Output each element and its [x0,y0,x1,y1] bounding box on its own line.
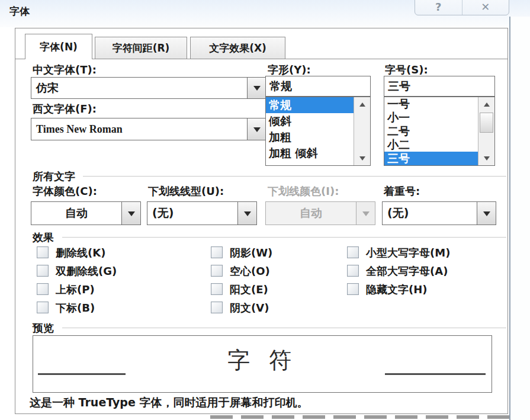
chevron-down-icon [253,127,261,136]
font-color-combobox[interactable]: 自动 [31,201,141,225]
chevron-down-icon [128,211,135,220]
western-font-value: Times New Roman [31,118,247,140]
list-item[interactable]: 常规 [266,97,354,113]
font-size-scrollbar[interactable] [478,97,494,165]
checkbox-shadow[interactable] [211,246,223,258]
checkbox-hidden-text-label: 隐藏文字(H) [366,283,428,297]
underline-style-combobox[interactable]: (无) [147,201,257,225]
checkbox-emboss[interactable] [211,283,223,295]
list-item[interactable]: 二号 [384,124,478,138]
font-color-label: 字体颜色(C): [33,184,97,198]
all-text-group-label: 所有文字 [33,169,75,184]
font-style-listbox[interactable]: 常规 倾斜 加粗 加粗 倾斜 [265,97,371,166]
checkbox-small-caps-label: 小型大写字母(M) [366,246,450,260]
chinese-font-value: 仿宋 [31,78,247,98]
scrollbar-thumb[interactable] [480,113,493,133]
checkbox-double-strikethrough[interactable] [37,265,49,277]
emphasis-mark-combobox[interactable]: (无) [382,201,496,225]
chinese-font-combobox[interactable]: 仿宋 [31,77,266,99]
western-font-combobox[interactable]: Times New Roman [31,118,266,140]
font-description-text: 这是一种 TrueType 字体，同时适用于屏幕和打印机。 [30,395,308,411]
underline-style-dropdown-button[interactable] [237,202,256,225]
help-icon: ? [435,1,441,13]
list-item[interactable]: 一号 [384,97,478,111]
chevron-down-icon [253,86,261,94]
checkbox-outline[interactable] [211,265,223,277]
checkbox-superscript[interactable] [37,283,49,295]
list-item[interactable]: 小二 [384,138,478,152]
underline-color-dropdown-button [356,202,375,225]
font-style-value: 常规 [269,79,292,94]
checkbox-outline-label: 空心(O) [230,264,270,278]
chevron-down-icon [244,211,251,220]
underline-style-label: 下划线线型(U): [148,184,224,198]
emphasis-mark-value: (无) [383,202,477,225]
emphasis-mark-label: 着重号: [384,184,420,198]
preview-sample-text: 字 符 [33,345,492,376]
font-color-dropdown-button[interactable] [121,202,140,225]
tab-font[interactable]: 字体(N) [25,34,92,59]
tab-text-effects-label: 文字效果(X) [209,41,266,55]
checkbox-subscript[interactable] [37,302,49,313]
list-item[interactable]: 三号 [384,152,478,165]
close-button[interactable]: ✕ [462,0,509,15]
chevron-down-icon [483,211,490,220]
underline-color-label: 下划线颜色(I): [268,184,339,198]
caption-buttons: ? ✕ [415,0,509,15]
list-item[interactable]: 加粗 [266,129,354,145]
font-size-input[interactable]: 三号 [384,76,495,97]
list-item[interactable]: 倾斜 [266,113,354,129]
checkbox-subscript-label: 下标(B) [56,301,95,315]
checkbox-small-caps[interactable] [347,246,359,258]
group-divider [62,328,506,328]
checkbox-shadow-label: 阴影(W) [230,246,272,260]
tab-font-label: 字体(N) [40,40,78,54]
list-item[interactable]: 加粗 倾斜 [266,145,354,161]
underline-style-value: (无) [147,202,237,225]
preview-box: 字 符 [33,335,492,393]
font-color-value: 自动 [31,202,121,225]
window-right-border [509,17,510,420]
dialog-title: 字体 [9,5,30,18]
font-size-value: 三号 [388,79,410,94]
font-style-scrollbar[interactable] [354,97,370,165]
tab-character-spacing-label: 字符间距(R) [113,41,170,55]
window-edge [510,17,530,420]
emphasis-mark-dropdown-button[interactable] [477,202,496,225]
preview-group-label: 预览 [33,321,54,335]
checkbox-all-caps-label: 全部大写字母(A) [366,264,448,278]
checkbox-strikethrough-label: 删除线(K) [56,246,105,260]
chinese-font-dropdown-button[interactable] [247,78,266,98]
checkbox-engrave[interactable] [211,302,223,313]
tab-character-spacing[interactable]: 字符间距(R) [95,37,187,59]
underline-color-value: 自动 [266,202,356,225]
underline-color-combobox: 自动 [265,201,375,225]
scroll-up-icon[interactable] [478,97,495,110]
font-style-label: 字形(Y): [268,63,311,77]
help-button[interactable]: ? [415,0,462,15]
preview-underline-right [385,373,486,375]
chevron-down-icon [362,211,370,220]
checkbox-all-caps[interactable] [347,265,359,277]
group-divider [62,237,506,238]
tab-text-effects[interactable]: 文字效果(X) [190,37,285,59]
group-divider [83,176,506,177]
western-font-label: 西文字体(F): [33,102,97,116]
font-size-listbox[interactable]: 一号 小一 二号 小二 三号 [384,97,495,166]
font-size-label: 字号(S): [385,63,428,77]
font-style-input[interactable]: 常规 [265,76,371,97]
checkbox-superscript-label: 上标(P) [56,283,95,297]
scroll-up-icon[interactable] [354,97,371,110]
list-item[interactable]: 小一 [384,111,478,124]
screenshot-edge-artifact [210,415,509,419]
checkbox-engrave-label: 阴文(V) [230,301,269,315]
checkbox-emboss-label: 阳文(E) [230,283,268,297]
chinese-font-label: 中文字体(T): [33,63,97,77]
scroll-down-icon[interactable] [478,152,495,165]
checkbox-hidden-text[interactable] [347,283,359,295]
scroll-down-icon[interactable] [354,152,371,165]
checkbox-strikethrough[interactable] [37,246,49,258]
effects-group-label: 效果 [33,230,54,245]
western-font-dropdown-button[interactable] [247,118,266,140]
close-icon: ✕ [481,1,490,13]
